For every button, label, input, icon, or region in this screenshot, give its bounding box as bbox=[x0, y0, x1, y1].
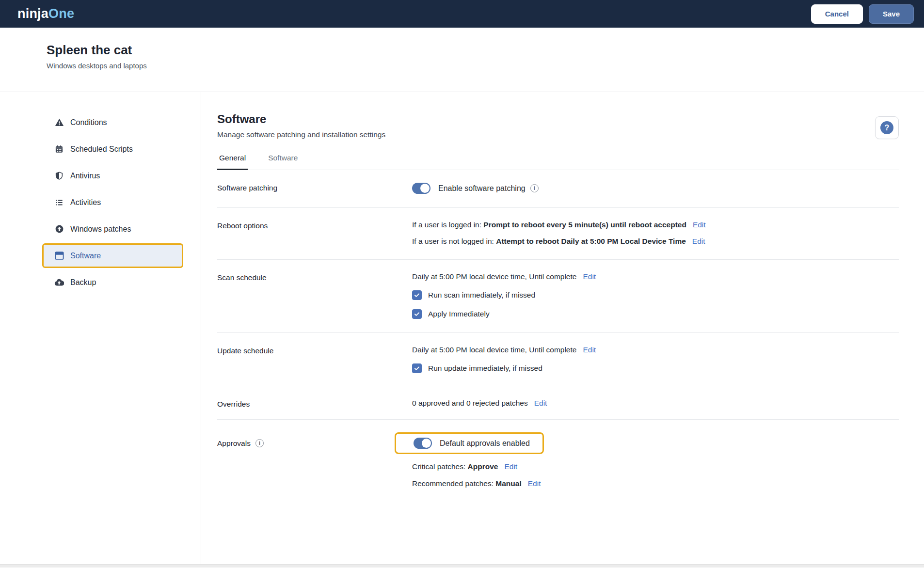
help-button[interactable]: ? bbox=[875, 116, 899, 139]
critical-patches-value: Approve bbox=[468, 462, 498, 471]
critical-patches-line: Critical patches: Approve Edit bbox=[412, 462, 899, 471]
logo-text-one: One bbox=[48, 6, 74, 21]
row-reboot-options: Reboot options If a user is logged in: P… bbox=[217, 208, 899, 260]
scan-schedule-label: Scan schedule bbox=[217, 272, 412, 319]
reboot-not-logged-in-prefix: If a user is not logged in: bbox=[412, 237, 496, 245]
update-schedule-label: Update schedule bbox=[217, 346, 412, 373]
row-approvals: Approvals i Default approvals enabled Cr… bbox=[217, 420, 899, 502]
cancel-button[interactable]: Cancel bbox=[811, 4, 863, 24]
sidebar-item-windows-patches[interactable]: Windows patches bbox=[42, 217, 183, 241]
logo-text-ninja: ninja bbox=[17, 6, 48, 21]
warning-triangle-icon bbox=[54, 118, 64, 127]
reboot-logged-in-line: If a user is logged in: Prompt to reboot… bbox=[412, 221, 899, 229]
sidebar-item-scheduled-scripts[interactable]: Scheduled Scripts bbox=[42, 137, 183, 161]
window-icon bbox=[54, 252, 64, 260]
sidebar-item-label: Scheduled Scripts bbox=[70, 145, 133, 154]
sidebar-item-label: Software bbox=[70, 252, 101, 260]
cloud-upload-icon bbox=[54, 278, 64, 286]
tab-general[interactable]: General bbox=[217, 154, 248, 170]
page-header: Spleen the cat Windows desktops and lapt… bbox=[0, 28, 924, 92]
reboot-not-logged-in-line: If a user is not logged in: Attempt to r… bbox=[412, 237, 899, 246]
default-approvals-toggle-label: Default approvals enabled bbox=[440, 439, 530, 448]
reboot-options-label: Reboot options bbox=[217, 221, 412, 246]
bottom-edge-strip bbox=[0, 564, 924, 568]
row-overrides: Overrides 0 approved and 0 rejected patc… bbox=[217, 387, 899, 420]
info-icon[interactable]: i bbox=[255, 439, 264, 447]
edit-recommended-patches-link[interactable]: Edit bbox=[528, 479, 541, 488]
recommended-patches-prefix: Recommended patches: bbox=[412, 479, 495, 488]
sidebar-item-label: Backup bbox=[70, 278, 96, 287]
approvals-toggle-highlight-box: Default approvals enabled bbox=[395, 432, 544, 454]
sidebar-item-software[interactable]: Software bbox=[42, 243, 183, 268]
sidebar: Conditions Scheduled Scripts Antivirus A… bbox=[0, 92, 201, 564]
overrides-label: Overrides bbox=[217, 399, 412, 409]
reboot-logged-in-prefix: If a user is logged in: bbox=[412, 221, 483, 229]
sidebar-item-activities[interactable]: Activities bbox=[42, 190, 183, 215]
recommended-patches-value: Manual bbox=[495, 479, 521, 488]
apply-immediately-checkbox-label: Apply Immediately bbox=[428, 310, 490, 318]
reboot-logged-in-value: Prompt to reboot every 5 minute(s) until… bbox=[483, 221, 686, 229]
software-patching-toggle-label: Enable software patching bbox=[438, 184, 526, 193]
critical-patches-prefix: Critical patches: bbox=[412, 462, 468, 471]
software-patching-toggle[interactable] bbox=[412, 183, 430, 194]
sidebar-item-backup[interactable]: Backup bbox=[42, 270, 183, 295]
content-area: Conditions Scheduled Scripts Antivirus A… bbox=[0, 92, 924, 564]
calendar-icon bbox=[54, 144, 64, 154]
default-approvals-toggle[interactable] bbox=[414, 438, 432, 449]
reboot-not-logged-in-value: Attempt to reboot Daily at 5:00 PM Local… bbox=[496, 237, 686, 245]
section-title: Software bbox=[217, 112, 899, 126]
software-patching-label: Software patching bbox=[217, 183, 412, 194]
info-icon[interactable]: i bbox=[530, 184, 539, 192]
toggle-knob bbox=[422, 439, 431, 448]
section-subtitle: Manage software patching and installatio… bbox=[217, 130, 899, 139]
run-scan-checkbox-label: Run scan immediately, if missed bbox=[428, 291, 535, 300]
arrow-up-circle-icon bbox=[54, 224, 64, 234]
approvals-label: Approvals bbox=[217, 439, 251, 448]
device-title: Spleen the cat bbox=[47, 42, 924, 58]
row-software-patching: Software patching Enable software patchi… bbox=[217, 170, 899, 208]
edit-overrides-link[interactable]: Edit bbox=[534, 399, 547, 408]
tab-software[interactable]: Software bbox=[266, 154, 300, 170]
list-icon bbox=[54, 198, 64, 207]
device-subtitle: Windows desktops and laptops bbox=[47, 62, 924, 70]
sidebar-item-label: Antivirus bbox=[70, 172, 100, 180]
ninjaone-logo[interactable]: ninjaOne bbox=[17, 7, 74, 20]
main-panel: ? Software Manage software patching and … bbox=[201, 92, 924, 564]
update-schedule-value: Daily at 5:00 PM local device time, Unti… bbox=[412, 346, 576, 354]
scan-schedule-value: Daily at 5:00 PM local device time, Unti… bbox=[412, 272, 576, 281]
run-update-checkbox-label: Run update immediately, if missed bbox=[428, 364, 542, 373]
checkbox-row-apply-immediately: Apply Immediately bbox=[412, 309, 899, 319]
checkbox-row-run-update: Run update immediately, if missed bbox=[412, 363, 899, 373]
sidebar-item-label: Activities bbox=[70, 198, 101, 207]
sidebar-item-antivirus[interactable]: Antivirus bbox=[42, 163, 183, 188]
row-update-schedule: Update schedule Daily at 5:00 PM local d… bbox=[217, 333, 899, 387]
top-navbar: ninjaOne Cancel Save bbox=[0, 0, 924, 28]
row-scan-schedule: Scan schedule Daily at 5:00 PM local dev… bbox=[217, 260, 899, 333]
run-update-checkbox[interactable] bbox=[412, 363, 422, 373]
toggle-knob bbox=[420, 184, 430, 193]
sidebar-item-conditions[interactable]: Conditions bbox=[42, 110, 183, 135]
apply-immediately-checkbox[interactable] bbox=[412, 309, 422, 319]
run-scan-checkbox[interactable] bbox=[412, 290, 422, 300]
checkbox-row-run-scan: Run scan immediately, if missed bbox=[412, 290, 899, 300]
edit-reboot-logged-in-link[interactable]: Edit bbox=[693, 221, 706, 229]
sidebar-item-label: Conditions bbox=[70, 118, 107, 127]
question-mark-icon: ? bbox=[880, 121, 893, 134]
shield-icon bbox=[54, 171, 64, 180]
sidebar-item-label: Windows patches bbox=[70, 225, 131, 234]
navbar-actions: Cancel Save bbox=[811, 4, 914, 24]
overrides-value: 0 approved and 0 rejected patches bbox=[412, 399, 528, 408]
recommended-patches-line: Recommended patches: Manual Edit bbox=[412, 479, 899, 488]
edit-reboot-not-logged-in-link[interactable]: Edit bbox=[692, 237, 705, 246]
tab-bar: General Software bbox=[217, 154, 899, 170]
edit-critical-patches-link[interactable]: Edit bbox=[504, 462, 517, 471]
edit-scan-schedule-link[interactable]: Edit bbox=[583, 272, 596, 281]
edit-update-schedule-link[interactable]: Edit bbox=[583, 346, 596, 354]
save-button[interactable]: Save bbox=[869, 4, 914, 24]
